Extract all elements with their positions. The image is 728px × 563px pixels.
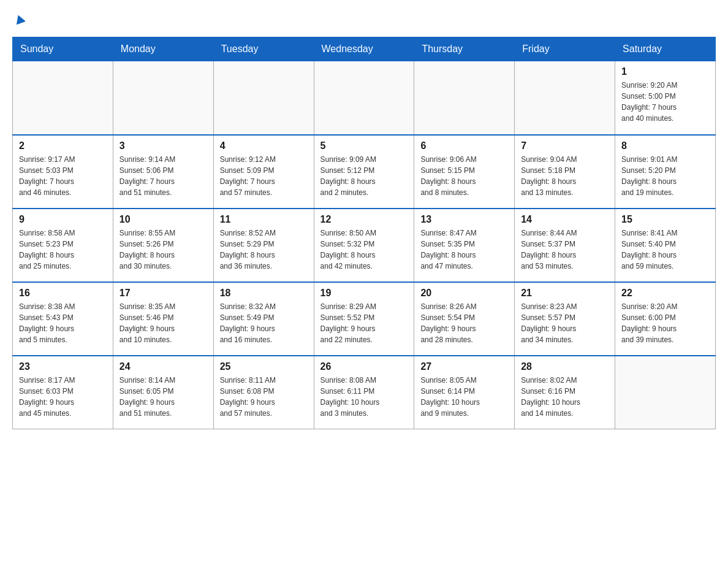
day-info: Sunrise: 9:09 AMSunset: 5:12 PMDaylight:…: [320, 154, 408, 198]
calendar-cell: 9Sunrise: 8:58 AMSunset: 5:23 PMDaylight…: [13, 209, 113, 282]
day-info: Sunrise: 8:38 AMSunset: 5:43 PMDaylight:…: [19, 301, 107, 345]
calendar-cell: 8Sunrise: 9:01 AMSunset: 5:20 PMDaylight…: [615, 135, 716, 209]
day-number: 26: [320, 361, 408, 372]
day-info: Sunrise: 8:05 AMSunset: 6:14 PMDaylight:…: [420, 375, 508, 419]
calendar-cell: 26Sunrise: 8:08 AMSunset: 6:11 PMDayligh…: [314, 356, 414, 429]
day-number: 1: [621, 66, 709, 77]
day-number: 23: [19, 361, 107, 372]
day-number: 4: [220, 140, 308, 151]
day-number: 27: [420, 361, 508, 372]
calendar-cell: 12Sunrise: 8:50 AMSunset: 5:32 PMDayligh…: [314, 209, 414, 282]
week-row-2: 2Sunrise: 9:17 AMSunset: 5:03 PMDaylight…: [13, 135, 716, 209]
calendar-cell: 21Sunrise: 8:23 AMSunset: 5:57 PMDayligh…: [515, 282, 615, 356]
weekday-header-sunday: Sunday: [13, 37, 113, 61]
calendar-cell: 18Sunrise: 8:32 AMSunset: 5:49 PMDayligh…: [213, 282, 314, 356]
day-number: 19: [320, 288, 408, 299]
calendar-cell: [515, 61, 615, 135]
calendar-cell: [615, 356, 716, 429]
day-info: Sunrise: 8:32 AMSunset: 5:49 PMDaylight:…: [220, 301, 308, 345]
day-info: Sunrise: 8:35 AMSunset: 5:46 PMDaylight:…: [119, 301, 207, 345]
day-info: Sunrise: 8:29 AMSunset: 5:52 PMDaylight:…: [320, 301, 408, 345]
day-info: Sunrise: 8:20 AMSunset: 6:00 PMDaylight:…: [621, 301, 709, 345]
weekday-header-saturday: Saturday: [615, 37, 716, 61]
day-info: Sunrise: 8:52 AMSunset: 5:29 PMDaylight:…: [220, 228, 308, 272]
day-info: Sunrise: 9:01 AMSunset: 5:20 PMDaylight:…: [621, 154, 709, 198]
day-info: Sunrise: 8:14 AMSunset: 6:05 PMDaylight:…: [119, 375, 207, 419]
week-row-3: 9Sunrise: 8:58 AMSunset: 5:23 PMDaylight…: [13, 209, 716, 282]
day-info: Sunrise: 8:17 AMSunset: 6:03 PMDaylight:…: [19, 375, 107, 419]
day-number: 21: [521, 288, 609, 299]
calendar-cell: 6Sunrise: 9:06 AMSunset: 5:15 PMDaylight…: [414, 135, 515, 209]
calendar-cell: [113, 61, 213, 135]
day-info: Sunrise: 8:41 AMSunset: 5:40 PMDaylight:…: [621, 228, 709, 272]
weekday-header-friday: Friday: [515, 37, 615, 61]
calendar-cell: 28Sunrise: 8:02 AMSunset: 6:16 PMDayligh…: [515, 356, 615, 429]
week-row-5: 23Sunrise: 8:17 AMSunset: 6:03 PMDayligh…: [13, 356, 716, 429]
day-info: Sunrise: 8:44 AMSunset: 5:37 PMDaylight:…: [521, 228, 609, 272]
calendar-cell: 19Sunrise: 8:29 AMSunset: 5:52 PMDayligh…: [314, 282, 414, 356]
weekday-header-tuesday: Tuesday: [213, 37, 314, 61]
calendar-cell: 5Sunrise: 9:09 AMSunset: 5:12 PMDaylight…: [314, 135, 414, 209]
day-number: 5: [320, 140, 408, 151]
week-row-1: 1Sunrise: 9:20 AMSunset: 5:00 PMDaylight…: [13, 61, 716, 135]
calendar-cell: 11Sunrise: 8:52 AMSunset: 5:29 PMDayligh…: [213, 209, 314, 282]
day-number: 18: [220, 288, 308, 299]
day-info: Sunrise: 8:47 AMSunset: 5:35 PMDaylight:…: [420, 228, 508, 272]
day-info: Sunrise: 8:02 AMSunset: 6:16 PMDaylight:…: [521, 375, 609, 419]
day-info: Sunrise: 9:04 AMSunset: 5:18 PMDaylight:…: [521, 154, 609, 198]
weekday-header-thursday: Thursday: [414, 37, 515, 61]
calendar-cell: 3Sunrise: 9:14 AMSunset: 5:06 PMDaylight…: [113, 135, 213, 209]
day-number: 7: [521, 140, 609, 151]
day-info: Sunrise: 9:17 AMSunset: 5:03 PMDaylight:…: [19, 154, 107, 198]
day-number: 17: [119, 288, 207, 299]
calendar-cell: 17Sunrise: 8:35 AMSunset: 5:46 PMDayligh…: [113, 282, 213, 356]
logo: [12, 12, 25, 27]
calendar-cell: 15Sunrise: 8:41 AMSunset: 5:40 PMDayligh…: [615, 209, 716, 282]
svg-marker-0: [14, 13, 25, 25]
calendar-cell: 4Sunrise: 9:12 AMSunset: 5:09 PMDaylight…: [213, 135, 314, 209]
day-number: 3: [119, 140, 207, 151]
calendar-cell: 22Sunrise: 8:20 AMSunset: 6:00 PMDayligh…: [615, 282, 716, 356]
day-number: 15: [621, 214, 709, 225]
day-info: Sunrise: 8:58 AMSunset: 5:23 PMDaylight:…: [19, 228, 107, 272]
day-info: Sunrise: 8:23 AMSunset: 5:57 PMDaylight:…: [521, 301, 609, 345]
day-number: 25: [220, 361, 308, 372]
day-number: 16: [19, 288, 107, 299]
day-number: 14: [521, 214, 609, 225]
day-info: Sunrise: 9:14 AMSunset: 5:06 PMDaylight:…: [119, 154, 207, 198]
day-info: Sunrise: 9:12 AMSunset: 5:09 PMDaylight:…: [220, 154, 308, 198]
calendar-cell: 2Sunrise: 9:17 AMSunset: 5:03 PMDaylight…: [13, 135, 113, 209]
day-number: 6: [420, 140, 508, 151]
day-number: 13: [420, 214, 508, 225]
calendar-cell: 7Sunrise: 9:04 AMSunset: 5:18 PMDaylight…: [515, 135, 615, 209]
calendar-cell: 10Sunrise: 8:55 AMSunset: 5:26 PMDayligh…: [113, 209, 213, 282]
day-number: 9: [19, 214, 107, 225]
calendar-cell: [314, 61, 414, 135]
calendar-cell: 24Sunrise: 8:14 AMSunset: 6:05 PMDayligh…: [113, 356, 213, 429]
day-info: Sunrise: 8:08 AMSunset: 6:11 PMDaylight:…: [320, 375, 408, 419]
calendar-cell: 14Sunrise: 8:44 AMSunset: 5:37 PMDayligh…: [515, 209, 615, 282]
calendar-cell: 16Sunrise: 8:38 AMSunset: 5:43 PMDayligh…: [13, 282, 113, 356]
calendar-cell: 25Sunrise: 8:11 AMSunset: 6:08 PMDayligh…: [213, 356, 314, 429]
day-info: Sunrise: 8:55 AMSunset: 5:26 PMDaylight:…: [119, 228, 207, 272]
calendar-cell: 20Sunrise: 8:26 AMSunset: 5:54 PMDayligh…: [414, 282, 515, 356]
day-number: 2: [19, 140, 107, 151]
calendar-cell: 13Sunrise: 8:47 AMSunset: 5:35 PMDayligh…: [414, 209, 515, 282]
weekday-header-wednesday: Wednesday: [314, 37, 414, 61]
calendar-cell: [414, 61, 515, 135]
calendar-cell: [213, 61, 314, 135]
day-number: 8: [621, 140, 709, 151]
day-number: 10: [119, 214, 207, 225]
day-info: Sunrise: 9:20 AMSunset: 5:00 PMDaylight:…: [621, 80, 709, 124]
day-number: 24: [119, 361, 207, 372]
day-number: 12: [320, 214, 408, 225]
weekday-header-row: SundayMondayTuesdayWednesdayThursdayFrid…: [13, 37, 716, 61]
week-row-4: 16Sunrise: 8:38 AMSunset: 5:43 PMDayligh…: [13, 282, 716, 356]
day-number: 11: [220, 214, 308, 225]
day-number: 28: [521, 361, 609, 372]
weekday-header-monday: Monday: [113, 37, 213, 61]
calendar-table: SundayMondayTuesdayWednesdayThursdayFrid…: [12, 37, 716, 429]
day-info: Sunrise: 8:50 AMSunset: 5:32 PMDaylight:…: [320, 228, 408, 272]
day-number: 20: [420, 288, 508, 299]
day-info: Sunrise: 9:06 AMSunset: 5:15 PMDaylight:…: [420, 154, 508, 198]
